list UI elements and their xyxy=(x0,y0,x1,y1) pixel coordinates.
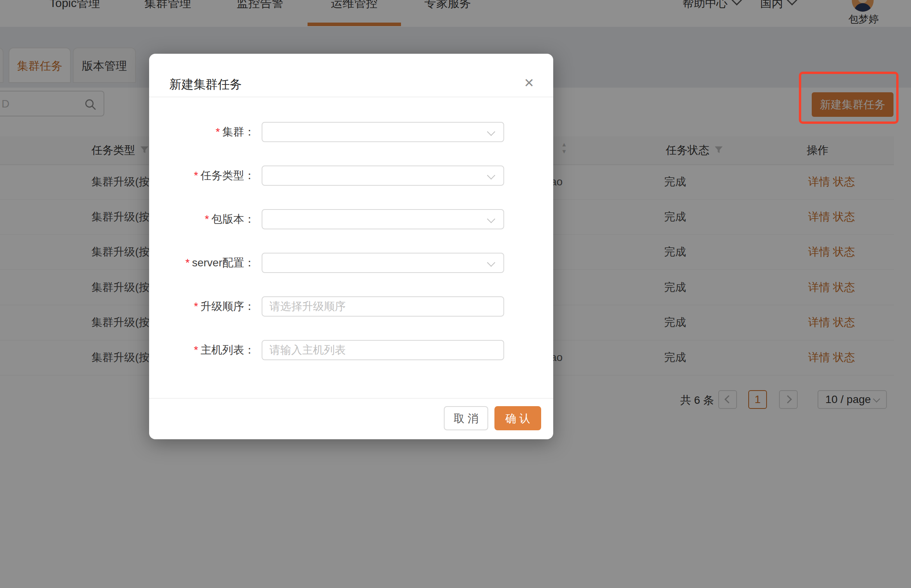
task-type-select[interactable] xyxy=(262,165,504,186)
app-root: Topic管理 集群管理 监控告警 运维管控 专家服务 帮助中心 国内 包梦婷 … xyxy=(0,0,911,588)
modal-header-divider xyxy=(149,97,553,97)
field-label: 任务类型： xyxy=(200,169,255,181)
required-mark: * xyxy=(205,213,209,225)
form-row-host-list: *主机列表： xyxy=(149,340,553,360)
chevron-down-icon xyxy=(487,128,495,136)
close-icon[interactable]: ✕ xyxy=(521,74,538,91)
form-row-task-type: *任务类型： xyxy=(149,165,553,186)
form-row-package-version: *包版本： xyxy=(149,209,553,229)
confirm-button[interactable]: 确 认 xyxy=(494,406,541,430)
form-row-upgrade-order: *升级顺序： xyxy=(149,296,553,317)
required-mark: * xyxy=(185,257,190,269)
required-mark: * xyxy=(194,169,198,181)
field-label: 主机列表： xyxy=(200,344,255,356)
modal-title: 新建集群任务 xyxy=(169,76,242,93)
field-label: 升级顺序： xyxy=(200,300,255,312)
cancel-button[interactable]: 取 消 xyxy=(444,406,488,430)
cluster-select[interactable] xyxy=(262,122,504,142)
chevron-down-icon xyxy=(487,215,495,223)
create-task-modal: 新建集群任务 ✕ *集群： *任务类型： *包版本： *server配置： *升… xyxy=(149,54,553,439)
field-label: 集群： xyxy=(222,126,255,138)
upgrade-order-field xyxy=(262,296,504,317)
required-mark: * xyxy=(194,300,198,312)
required-mark: * xyxy=(216,126,220,138)
required-mark: * xyxy=(194,344,198,356)
modal-footer-divider xyxy=(149,398,553,399)
chevron-down-icon xyxy=(487,171,495,180)
server-config-select[interactable] xyxy=(262,253,504,273)
field-label: 包版本： xyxy=(211,213,255,225)
form-row-cluster: *集群： xyxy=(149,122,553,142)
field-label: server配置： xyxy=(192,257,255,269)
host-list-input[interactable] xyxy=(262,341,503,359)
form-row-server-config: *server配置： xyxy=(149,253,553,273)
host-list-field xyxy=(262,340,504,360)
package-version-select[interactable] xyxy=(262,209,504,229)
upgrade-order-input[interactable] xyxy=(262,297,503,316)
chevron-down-icon xyxy=(487,259,495,267)
